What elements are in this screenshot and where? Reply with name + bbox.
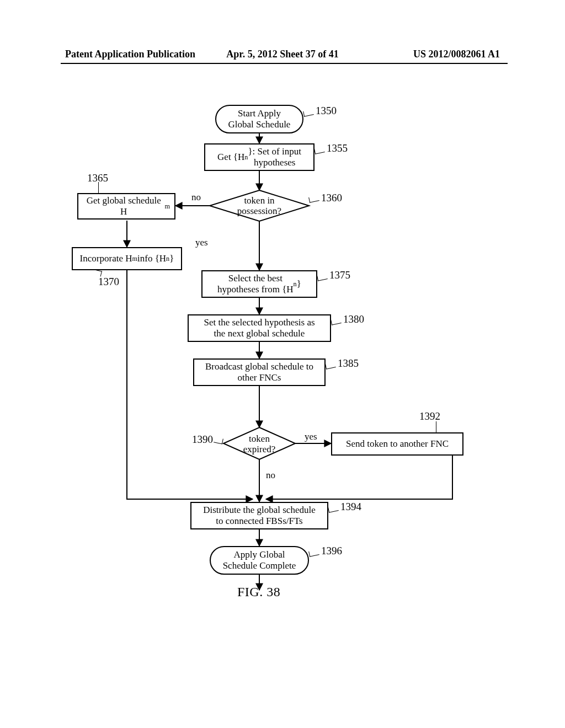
node-1360: token inpossession? bbox=[234, 196, 284, 216]
ref-1396: 1396 bbox=[321, 545, 342, 557]
figure-caption: FIG. 38 bbox=[237, 585, 280, 599]
header-right: US 2012/0082061 A1 bbox=[355, 49, 500, 60]
page-header: Patent Application Publication Apr. 5, 2… bbox=[0, 49, 565, 63]
ref-1380: 1380 bbox=[343, 313, 364, 325]
node-1365: Get global schedule Hm bbox=[77, 193, 175, 220]
header-left: Patent Application Publication bbox=[65, 49, 210, 60]
node-1394: Distribute the global scheduleto connect… bbox=[190, 502, 328, 529]
node-1392: Send token to another FNC bbox=[331, 432, 463, 456]
node-1355: Get {Hn}: Set of inputhypotheses bbox=[204, 143, 315, 171]
ref-1365: 1365 bbox=[87, 172, 108, 184]
ref-1350: 1350 bbox=[316, 105, 337, 117]
leader-1392 bbox=[436, 421, 436, 432]
ref-1375: 1375 bbox=[329, 269, 350, 281]
edge-1360-yes: yes bbox=[194, 237, 209, 248]
edge-1390-yes: yes bbox=[303, 431, 318, 442]
node-1380: Set the selected hypothesis asthe next g… bbox=[188, 314, 331, 342]
header-middle: Apr. 5, 2012 Sheet 37 of 41 bbox=[210, 49, 355, 60]
header-rule bbox=[61, 63, 508, 64]
ref-1385: 1385 bbox=[338, 357, 359, 370]
ref-1360: 1360 bbox=[321, 192, 342, 204]
ref-1394: 1394 bbox=[340, 501, 361, 513]
ref-1390: 1390 bbox=[192, 433, 213, 446]
node-1390: tokenexpired? bbox=[242, 434, 277, 454]
edge-1360-no: no bbox=[190, 192, 202, 203]
node-1385: Broadcast global schedule toother FNCs bbox=[193, 358, 326, 386]
flowchart-canvas: Start ApplyGlobal Schedule 1350 Get {Hn}… bbox=[77, 105, 497, 656]
node-end: Apply GlobalSchedule Complete bbox=[210, 546, 309, 575]
ref-1355: 1355 bbox=[327, 142, 348, 154]
leader-1365 bbox=[98, 182, 99, 193]
node-1375: Select the besthypotheses from {Hn} bbox=[201, 270, 317, 298]
node-start: Start ApplyGlobal Schedule bbox=[215, 105, 303, 133]
ref-1370: 1370 bbox=[98, 276, 119, 288]
edge-1390-no: no bbox=[265, 470, 276, 481]
ref-1392: 1392 bbox=[419, 410, 440, 422]
node-1370: Incorporate Hm info {Hn} bbox=[72, 247, 182, 270]
